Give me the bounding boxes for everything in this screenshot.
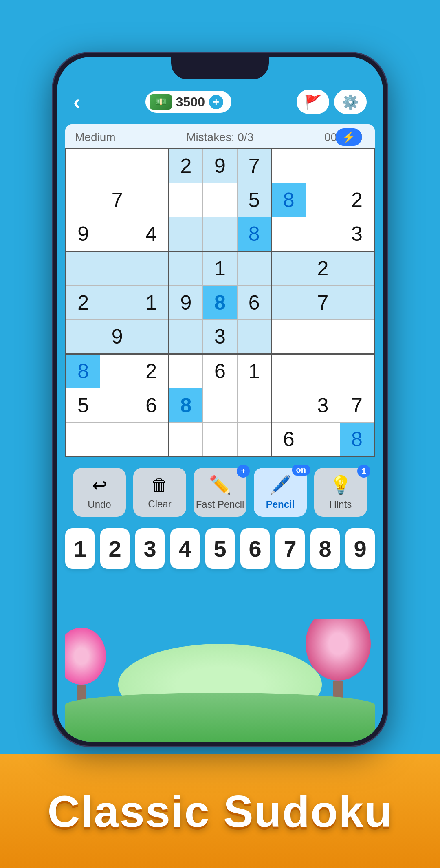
- cell-4-7[interactable]: 7: [306, 286, 340, 320]
- num-btn-5[interactable]: 5: [205, 528, 235, 569]
- num-btn-9[interactable]: 9: [345, 528, 375, 569]
- undo-button[interactable]: ↩ Undo: [73, 468, 126, 517]
- cell-3-5[interactable]: [237, 251, 271, 286]
- cell-1-7[interactable]: [306, 183, 340, 217]
- cell-2-4[interactable]: [203, 217, 237, 251]
- cell-1-2[interactable]: [134, 183, 169, 217]
- feedback-button[interactable]: 🚩: [297, 90, 329, 114]
- cell-4-1[interactable]: [100, 286, 134, 320]
- fast-pencil-button[interactable]: ✏️ Fast Pencil +: [194, 468, 246, 517]
- clear-button[interactable]: 🗑 Clear: [133, 468, 186, 517]
- cell-5-3[interactable]: [169, 320, 203, 354]
- cell-5-5[interactable]: [237, 320, 271, 354]
- cell-8-8[interactable]: 8: [340, 423, 374, 457]
- cell-2-6[interactable]: [271, 217, 306, 251]
- cell-6-3[interactable]: [169, 354, 203, 388]
- cell-2-0[interactable]: 9: [66, 217, 100, 251]
- cell-3-2[interactable]: [134, 251, 169, 286]
- cell-4-3[interactable]: 9: [169, 286, 203, 320]
- cell-5-1[interactable]: 9: [100, 320, 134, 354]
- cell-8-1[interactable]: [100, 423, 134, 457]
- cell-5-2[interactable]: [134, 320, 169, 354]
- cell-8-3[interactable]: [169, 423, 203, 457]
- cell-6-6[interactable]: [271, 354, 306, 388]
- cell-4-6[interactable]: [271, 286, 306, 320]
- cell-5-6[interactable]: [271, 320, 306, 354]
- cell-6-7[interactable]: [306, 354, 340, 388]
- cell-4-0[interactable]: 2: [66, 286, 100, 320]
- cell-5-8[interactable]: [340, 320, 374, 354]
- cell-4-4[interactable]: 8: [203, 286, 237, 320]
- cell-2-8[interactable]: 3: [340, 217, 374, 251]
- cell-8-0[interactable]: [66, 423, 100, 457]
- cell-7-6[interactable]: [271, 388, 306, 423]
- cell-6-5[interactable]: 1: [237, 354, 271, 388]
- lightning-badge[interactable]: ⚡: [336, 128, 362, 146]
- cell-8-5[interactable]: [237, 423, 271, 457]
- cell-1-8[interactable]: 2: [340, 183, 374, 217]
- cell-7-2[interactable]: 6: [134, 388, 169, 423]
- cell-0-0[interactable]: [66, 149, 100, 183]
- cell-8-7[interactable]: [306, 423, 340, 457]
- num-btn-1[interactable]: 1: [65, 528, 95, 569]
- num-btn-3[interactable]: 3: [135, 528, 165, 569]
- cell-0-8[interactable]: [340, 149, 374, 183]
- cell-6-2[interactable]: 2: [134, 354, 169, 388]
- cell-3-8[interactable]: [340, 251, 374, 286]
- cell-3-3[interactable]: [169, 251, 203, 286]
- cell-1-1[interactable]: 7: [100, 183, 134, 217]
- cell-0-2[interactable]: [134, 149, 169, 183]
- cell-7-1[interactable]: [100, 388, 134, 423]
- cell-0-4[interactable]: 9: [203, 149, 237, 183]
- settings-button[interactable]: ⚙️: [334, 90, 367, 114]
- cell-8-2[interactable]: [134, 423, 169, 457]
- num-btn-4[interactable]: 4: [170, 528, 200, 569]
- cell-5-4[interactable]: 3: [203, 320, 237, 354]
- cell-6-0[interactable]: 8: [66, 354, 100, 388]
- cell-1-6[interactable]: 8: [271, 183, 306, 217]
- cell-1-5[interactable]: 5: [237, 183, 271, 217]
- cell-1-0[interactable]: [66, 183, 100, 217]
- cell-3-6[interactable]: [271, 251, 306, 286]
- cell-4-8[interactable]: [340, 286, 374, 320]
- cell-6-8[interactable]: [340, 354, 374, 388]
- num-btn-8[interactable]: 8: [310, 528, 340, 569]
- cell-6-1[interactable]: [100, 354, 134, 388]
- cell-6-4[interactable]: 6: [203, 354, 237, 388]
- cell-0-3[interactable]: 2: [169, 149, 203, 183]
- cell-8-4[interactable]: [203, 423, 237, 457]
- cell-3-4[interactable]: 1: [203, 251, 237, 286]
- cell-2-5[interactable]: 8: [237, 217, 271, 251]
- cell-4-5[interactable]: 6: [237, 286, 271, 320]
- cell-4-2[interactable]: 1: [134, 286, 169, 320]
- cell-3-0[interactable]: [66, 251, 100, 286]
- back-button[interactable]: ‹: [73, 90, 80, 114]
- cell-1-4[interactable]: [203, 183, 237, 217]
- cell-7-4[interactable]: [203, 388, 237, 423]
- cell-0-6[interactable]: [271, 149, 306, 183]
- cell-7-8[interactable]: 7: [340, 388, 374, 423]
- cell-8-6[interactable]: 6: [271, 423, 306, 457]
- cell-7-7[interactable]: 3: [306, 388, 340, 423]
- cell-2-7[interactable]: [306, 217, 340, 251]
- cell-1-3[interactable]: [169, 183, 203, 217]
- num-btn-2[interactable]: 2: [100, 528, 130, 569]
- cell-2-2[interactable]: 4: [134, 217, 169, 251]
- cell-3-1[interactable]: [100, 251, 134, 286]
- cell-5-0[interactable]: [66, 320, 100, 354]
- cell-2-3[interactable]: [169, 217, 203, 251]
- cell-0-1[interactable]: [100, 149, 134, 183]
- num-btn-6[interactable]: 6: [240, 528, 270, 569]
- cell-0-7[interactable]: [306, 149, 340, 183]
- cell-5-7[interactable]: [306, 320, 340, 354]
- cell-7-5[interactable]: [237, 388, 271, 423]
- cell-2-1[interactable]: [100, 217, 134, 251]
- num-btn-7[interactable]: 7: [275, 528, 305, 569]
- pencil-button[interactable]: 🖊️ Pencil on: [254, 468, 307, 517]
- cell-0-5[interactable]: 7: [237, 149, 271, 183]
- cell-7-0[interactable]: 5: [66, 388, 100, 423]
- hints-button[interactable]: 💡 Hints 1: [314, 468, 367, 517]
- coin-add-button[interactable]: +: [209, 95, 223, 109]
- cell-7-3[interactable]: 8: [169, 388, 203, 423]
- cell-3-7[interactable]: 2: [306, 251, 340, 286]
